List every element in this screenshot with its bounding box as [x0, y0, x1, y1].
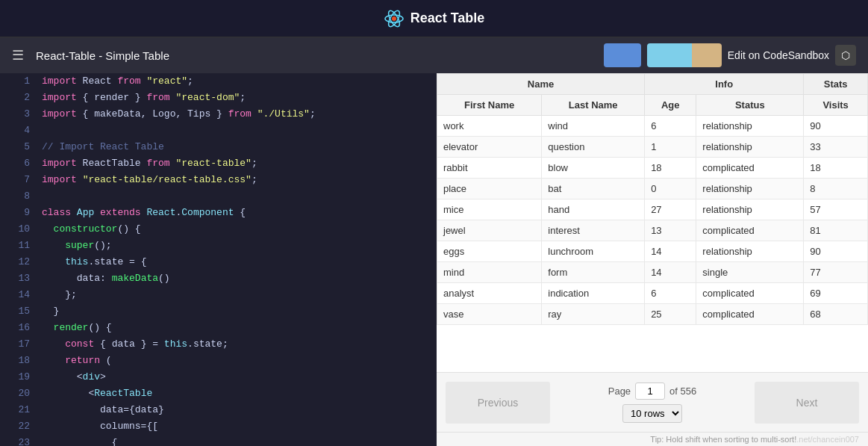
- table-row: mindform14single77: [437, 262, 868, 283]
- app-logo: React Table: [384, 8, 485, 29]
- code-line-16: 16 render() {: [0, 320, 437, 336]
- hamburger-icon[interactable]: ☰: [12, 47, 24, 64]
- prev-button[interactable]: Previous: [446, 382, 550, 424]
- rows-row: 10 rows 20 rows 50 rows: [622, 404, 682, 423]
- col-status[interactable]: Status: [696, 95, 804, 116]
- cell-age: 13: [645, 220, 696, 241]
- cell-visits: 69: [804, 283, 868, 304]
- table-row: vaseray25complicated68: [437, 304, 868, 325]
- code-line-23: 23 {: [0, 435, 437, 446]
- page-info: Page of 556 10 rows 20 rows 50 rows: [608, 382, 697, 423]
- cell-status: single: [696, 262, 804, 283]
- cell-last: question: [542, 137, 645, 158]
- code-line-18: 18 return (: [0, 353, 437, 369]
- code-line-3: 3import { makeData, Logo, Tips } from ".…: [0, 106, 437, 123]
- group-header-stats: Stats: [804, 74, 868, 95]
- cell-age: 18: [645, 158, 696, 179]
- of-label: of 556: [669, 385, 696, 397]
- cell-first: eggs: [437, 241, 542, 262]
- code-line-13: 13 data: makeData(): [0, 270, 437, 287]
- cell-status: relationship: [696, 179, 804, 199]
- app-title: React Table: [410, 10, 485, 26]
- cell-first: jewel: [437, 220, 542, 241]
- cell-age: 27: [645, 199, 696, 220]
- cell-visits: 33: [804, 137, 868, 158]
- rows-select[interactable]: 10 rows 20 rows 50 rows: [622, 404, 682, 423]
- tip-bar: Tip: Hold shift when sorting to multi-so…: [437, 432, 868, 446]
- cell-last: hand: [542, 199, 645, 220]
- code-line-20: 20 <ReactTable: [0, 385, 437, 402]
- next-button[interactable]: Next: [755, 382, 859, 424]
- code-line-2: 2import { render } from "react-dom";: [0, 90, 437, 106]
- code-line-9: 9class App extends React.Component {: [0, 205, 437, 221]
- cell-last: wind: [542, 116, 645, 137]
- col-first-name[interactable]: First Name: [437, 95, 542, 116]
- cell-age: 1: [645, 137, 696, 158]
- page-input[interactable]: [635, 382, 665, 400]
- cell-last: indication: [542, 283, 645, 304]
- group-header-name: Name: [437, 74, 645, 95]
- col-age[interactable]: Age: [645, 95, 696, 116]
- color-btn-blue[interactable]: [604, 43, 641, 67]
- code-line-5: 5// Import React Table: [0, 139, 437, 155]
- top-nav: React Table: [0, 0, 868, 37]
- data-table: Name Info Stats First Name Last Name Age…: [437, 73, 868, 325]
- code-line-12: 12 this.state = {: [0, 254, 437, 270]
- code-line-14: 14 };: [0, 287, 437, 303]
- cell-age: 0: [645, 179, 696, 199]
- color-btn-cyan[interactable]: [647, 43, 722, 67]
- svg-point-0: [392, 16, 396, 21]
- cell-last: bat: [542, 179, 645, 199]
- cell-visits: 18: [804, 158, 868, 179]
- group-header-row: Name Info Stats: [437, 74, 868, 95]
- tip-text: Tip: Hold shift when sorting to multi-so…: [650, 435, 859, 444]
- code-line-11: 11 super();: [0, 238, 437, 254]
- codesandbox-icon: ⬡: [835, 45, 856, 66]
- cell-status: relationship: [696, 241, 804, 262]
- cell-first: mice: [437, 199, 542, 220]
- col-header-row: First Name Last Name Age Status Visits: [437, 95, 868, 116]
- col-visits[interactable]: Visits: [804, 95, 868, 116]
- table-row: micehand27relationship57: [437, 199, 868, 220]
- cell-first: analyst: [437, 283, 542, 304]
- cell-visits: 68: [804, 304, 868, 325]
- cell-visits: 77: [804, 262, 868, 283]
- code-line-4: 4: [0, 123, 437, 139]
- table-row: placebat0relationship8: [437, 179, 868, 199]
- table-row: analystindication6complicated69: [437, 283, 868, 304]
- group-header-info: Info: [645, 74, 804, 95]
- cell-age: 6: [645, 283, 696, 304]
- code-line-1: 1import React from "react";: [0, 73, 437, 90]
- code-line-10: 10 constructor() {: [0, 221, 437, 238]
- cell-visits: 90: [804, 241, 868, 262]
- cell-status: relationship: [696, 137, 804, 158]
- pagination: Previous Page of 556 10 rows 20 rows 50 …: [437, 372, 868, 432]
- code-line-19: 19 <div>: [0, 369, 437, 385]
- cell-age: 14: [645, 262, 696, 283]
- cell-status: complicated: [696, 283, 804, 304]
- col-last-name[interactable]: Last Name: [542, 95, 645, 116]
- cell-status: relationship: [696, 116, 804, 137]
- code-line-21: 21 data={data}: [0, 402, 437, 418]
- code-line-15: 15 }: [0, 303, 437, 320]
- table-row: rabbitblow18complicated18: [437, 158, 868, 179]
- cell-first: vase: [437, 304, 542, 325]
- cell-last: lunchroom: [542, 241, 645, 262]
- table-container: Name Info Stats First Name Last Name Age…: [437, 73, 868, 372]
- code-editor: 1import React from "react"; 2import { re…: [0, 73, 437, 446]
- cell-age: 6: [645, 116, 696, 137]
- table-row: elevatorquestion1relationship33: [437, 137, 868, 158]
- code-line-7: 7import "react-table/react-table.css";: [0, 172, 437, 188]
- cell-first: work: [437, 116, 542, 137]
- cell-last: ray: [542, 304, 645, 325]
- code-line-6: 6import ReactTable from "react-table";: [0, 155, 437, 172]
- cell-first: rabbit: [437, 158, 542, 179]
- cell-visits: 81: [804, 220, 868, 241]
- cell-age: 25: [645, 304, 696, 325]
- edit-sandbox-link[interactable]: Edit on CodeSandbox ⬡: [728, 45, 856, 66]
- code-line-17: 17 const { data } = this.state;: [0, 336, 437, 353]
- table-row: eggslunchroom14relationship90: [437, 241, 868, 262]
- cell-age: 14: [645, 241, 696, 262]
- cell-last: blow: [542, 158, 645, 179]
- cell-status: complicated: [696, 158, 804, 179]
